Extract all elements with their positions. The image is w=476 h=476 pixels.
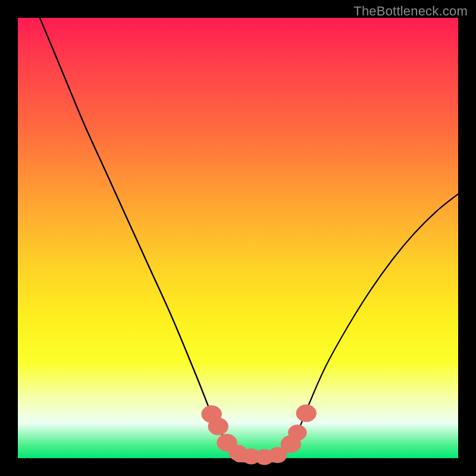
trough-marker <box>296 405 317 422</box>
curve-left-branch <box>40 18 264 458</box>
trough-marker <box>289 425 307 440</box>
curve-group <box>40 18 458 458</box>
trough-marker <box>208 418 228 435</box>
trough-markers <box>202 405 317 465</box>
bottleneck-curve-svg <box>18 18 458 458</box>
curve-right-branch <box>264 194 458 458</box>
watermark-text: TheBottleneck.com <box>353 4 468 19</box>
plot-area <box>18 18 458 458</box>
chart-frame: TheBottleneck.com <box>0 0 476 476</box>
